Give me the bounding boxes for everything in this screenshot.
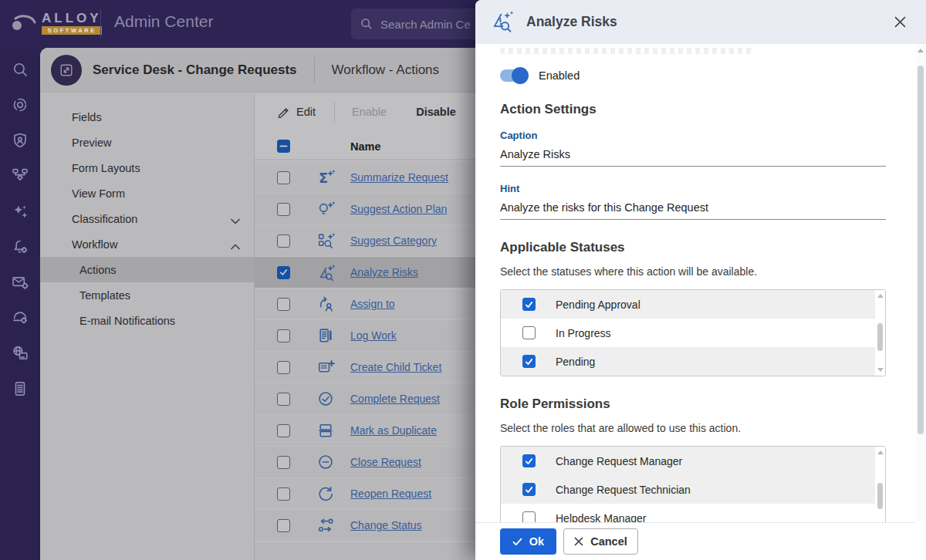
close-circle-icon [312,454,340,471]
disable-button[interactable]: Disable [408,101,464,123]
row-checkbox[interactable] [277,234,290,248]
panel-footer: Ok Cancel [475,522,915,560]
nav-item-view-form[interactable]: View Form [40,180,254,206]
enable-label: Enable [352,106,387,118]
action-link[interactable]: Create Child Ticket [350,361,441,373]
nav-item-workflow[interactable]: Workflow [40,231,254,257]
summarize-icon: Σ [312,169,340,187]
analyze-risks-panel: Analyze Risks Enabled Action Settings Ca… [475,0,926,560]
row-checkbox[interactable] [277,456,290,469]
sparkles-icon[interactable] [6,197,34,225]
nav-item-label: Workflow [72,238,117,251]
check-icon [512,538,522,546]
chevron-down-icon [231,214,240,227]
hint-field[interactable]: Analyze the risks for this Change Reques… [500,201,886,220]
edit-button[interactable]: Edit [269,100,323,123]
row-checkbox[interactable] [277,361,290,374]
target-icon[interactable] [6,91,34,119]
row-checkbox[interactable] [277,393,290,406]
action-link[interactable]: Summarize Request [350,171,448,184]
row-checkbox[interactable] [277,424,290,437]
row-checkbox[interactable] [277,487,290,501]
nav-item-preview[interactable]: Preview [40,130,254,155]
nav-item-fields[interactable]: Fields [40,104,254,130]
enabled-toggle[interactable] [500,69,526,82]
action-link[interactable]: Mark as Duplicate [350,424,437,437]
cancel-label: Cancel [590,535,627,548]
nav-item-classification[interactable]: Classification [40,206,254,231]
action-link[interactable]: Assign to [350,298,395,310]
close-icon[interactable] [889,12,911,33]
alloy-swoosh-icon [11,8,37,39]
panel-body: Enabled Action Settings Caption Analyze … [475,44,915,522]
row-checkbox[interactable] [277,171,290,184]
listbox-scrollbar[interactable] [875,447,885,522]
item-label: Change Request Manager [556,455,682,467]
action-link[interactable]: Log Work [350,329,397,342]
action-link[interactable]: Close Request [350,456,421,468]
list-item[interactable]: Change Request Manager [501,447,875,475]
row-checkbox[interactable] [277,266,290,279]
item-checkbox[interactable] [522,511,536,522]
enabled-label: Enabled [539,69,580,82]
item-label: Change Request Technician [556,484,691,496]
mail-gear-icon[interactable] [6,268,34,296]
analyze-risks-icon [312,264,340,282]
item-checkbox[interactable] [522,454,536,467]
action-link[interactable]: Suggest Category [350,234,437,247]
caption-field[interactable]: Analyze Risks [500,148,886,167]
action-link[interactable]: Change Status [350,519,422,531]
row-checkbox[interactable] [277,329,290,342]
list-item[interactable]: Pending [501,347,875,376]
nav-item-label: View Form [72,187,125,200]
reopen-icon [312,485,340,503]
role-permissions-heading: Role Permissions [500,396,887,412]
suggest-plan-icon [312,201,340,218]
duplicate-icon [312,422,340,440]
row-checkbox[interactable] [277,203,290,216]
enable-button[interactable]: Enable [344,101,394,123]
applicable-statuses-heading: Applicable Statuses [500,240,887,255]
action-link[interactable]: Reopen Request [350,487,431,500]
list-item[interactable]: Pending Approval [501,290,875,319]
list-item[interactable]: In Progress [501,319,875,347]
action-link[interactable]: Analyze Risks [350,266,418,278]
bell-gear-icon[interactable] [6,233,34,261]
page-title: Service Desk - Change Requests [93,62,297,78]
globe-card-icon[interactable] [6,339,34,367]
select-all-checkbox[interactable] [277,140,290,153]
ok-label: Ok [529,535,544,548]
listbox-scrollbar[interactable] [875,290,885,376]
nav-item-templates[interactable]: Templates [40,282,254,308]
statuses-description: Select the statuses where this action wi… [500,265,887,278]
search-icon[interactable] [6,56,34,83]
row-checkbox[interactable] [277,298,290,311]
item-checkbox[interactable] [522,483,536,496]
cancel-button[interactable]: Cancel [563,528,638,555]
nav-item-actions[interactable]: Actions [40,257,254,282]
item-checkbox[interactable] [522,326,536,339]
complete-icon [312,390,340,408]
list-item[interactable]: Change Request Technician [501,475,875,504]
nav-item-label: Form Layouts [72,162,140,174]
nav-item-label: Actions [79,264,117,276]
action-link[interactable]: Complete Request [350,393,440,405]
item-checkbox[interactable] [522,355,536,368]
row-checkbox[interactable] [277,519,290,532]
ok-button[interactable]: Ok [500,528,556,555]
assign-to-icon [312,295,340,313]
item-label: Pending [556,356,595,368]
list-item[interactable]: Helpdesk Manager [501,504,875,522]
breadcrumb: Workflow - Actions [332,62,440,78]
name-column-header[interactable]: Name [350,140,381,153]
action-link[interactable]: Suggest Action Plan [350,203,447,215]
document-lines-icon[interactable] [6,375,34,403]
workflow-icon[interactable] [6,162,34,190]
shield-user-icon[interactable] [6,127,34,154]
dome-gear-icon[interactable] [6,304,34,332]
nav-item-form-layouts[interactable]: Form Layouts [40,155,254,180]
nav-item-e-mail-notifications[interactable]: E-mail Notifications [40,308,254,333]
panel-scrollbar[interactable] [916,46,925,521]
edit-label: Edit [296,106,316,118]
item-checkbox[interactable] [522,298,536,311]
